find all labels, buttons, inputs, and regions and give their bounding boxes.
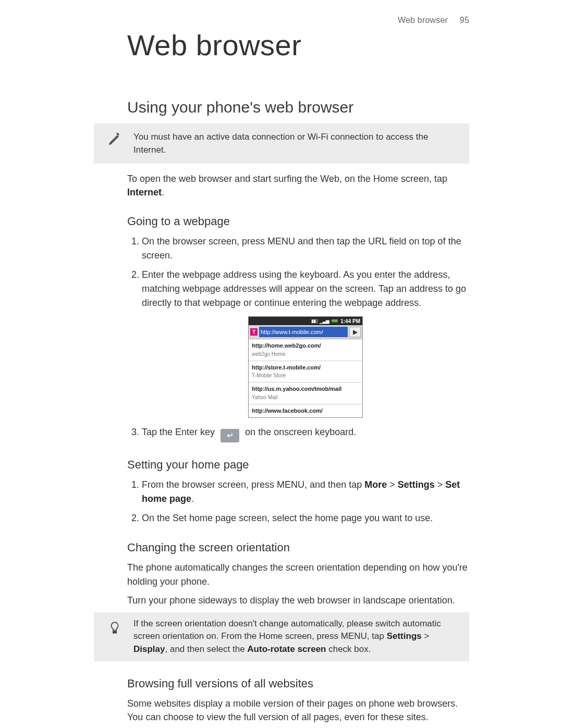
orientation-p2: Turn your phone sideways to display the … (127, 594, 469, 607)
step3-suffix: on the onscreen keyboard. (245, 427, 356, 437)
document-page: Web browser 95 Web browser Using your ph… (0, 0, 563, 728)
tip-settings-label: Settings (387, 631, 422, 641)
suggestion-title: web2go Home (252, 350, 359, 358)
url-suggestion: http://us.m.yahoo.com/tmob/mail Yahoo Ma… (249, 382, 362, 404)
suggestion-url: http://us.m.yahoo.com/tmob/mail (252, 385, 359, 393)
suggestion-title: Yahoo Mail (252, 393, 359, 401)
bars-icon: ▁▃▅ (320, 318, 329, 325)
running-header: Web browser 95 (398, 16, 469, 25)
orientation-p1: The phone automatically changes the scre… (127, 561, 469, 588)
tip-display-label: Display (133, 644, 165, 654)
pencil-icon (105, 130, 124, 149)
suggestion-url: http://store.t-mobile.com/ (252, 363, 359, 372)
subheading-orientation: Changing the screen orientation (127, 541, 469, 554)
tip-autorotate-label: Auto-rotate screen (247, 644, 326, 654)
phone-status-bar: ▮▮▯ ▁▃▅ 1:44 PM (249, 317, 362, 325)
tip-callout-orientation: If the screen orientation doesn't change… (94, 612, 469, 661)
tip-sep: > (422, 631, 430, 641)
go-button-icon: ▶ (349, 327, 361, 337)
hp-sep1: > (387, 479, 398, 490)
status-time: 1:44 PM (340, 317, 360, 325)
browser-url-screenshot: ▮▮▯ ▁▃▅ 1:44 PM T http://www.t-mobile.co… (248, 316, 363, 418)
suggestion-url: http://home.web2go.com/ (252, 341, 359, 350)
running-header-section: Web browser (398, 16, 448, 24)
battery-icon (331, 319, 338, 323)
fullsites-p1: Some websites display a mobile version o… (127, 697, 469, 724)
intro-suffix: . (162, 187, 164, 198)
hp-end: . (191, 493, 194, 504)
intro-internet-label: Internet (127, 187, 162, 198)
list-item: Tap the Enter key ↵ on the onscreen keyb… (142, 425, 469, 442)
list-item: On the Set home page screen, select the … (142, 511, 469, 525)
suggestion-url: http://www.facebook.com/ (252, 406, 359, 415)
note-text: You must have an active data connection … (133, 131, 461, 156)
url-suggestion: http://store.t-mobile.com/ T-Mobile Stor… (249, 361, 362, 383)
suggestion-title: T-Mobile Store (252, 372, 359, 379)
url-suggestion: http://home.web2go.com/ web2go Home (249, 339, 362, 361)
step2-text: Enter the webpage address using the keyb… (142, 269, 466, 308)
tip-text: If the screen orientation doesn't change… (133, 618, 461, 656)
hp-settings-label: Settings (398, 479, 435, 490)
homepage-steps-list: From the browser screen, press MENU, and… (127, 478, 469, 525)
list-item: From the browser screen, press MENU, and… (142, 478, 469, 506)
going-steps-list: On the browser screen, press MENU and th… (127, 235, 469, 442)
url-input-field: http://www.t-mobile.com/ (259, 327, 348, 337)
tip-mid: , and then select the (165, 644, 247, 654)
content-column: Web browser Using your phone's web brows… (127, 28, 469, 728)
signal-icon: ▮▮▯ (311, 318, 317, 325)
hp-more-label: More (364, 479, 387, 490)
intro-text: To open the web browser and start surfin… (127, 174, 447, 184)
chapter-title: Web browser (127, 28, 469, 62)
hp-step1-prefix: From the browser screen, press MENU, and… (142, 479, 364, 490)
step3-prefix: Tap the Enter key (142, 427, 217, 437)
tip-end: check box. (326, 644, 371, 654)
list-item: Enter the webpage address using the keyb… (142, 268, 469, 418)
tmobile-icon: T (250, 328, 258, 336)
subheading-full-versions: Browsing full versions of all websites (127, 677, 469, 690)
hp-sep2: > (435, 479, 446, 490)
subheading-set-home-page: Setting your home page (127, 458, 469, 472)
url-bar: T http://www.t-mobile.com/ ▶ (249, 325, 362, 339)
list-item: On the browser screen, press MENU and th… (142, 235, 469, 263)
lightbulb-icon (105, 619, 124, 637)
section-title: Using your phone's web browser (127, 98, 469, 116)
running-header-page-number: 95 (460, 16, 469, 24)
url-suggestion: http://www.facebook.com/ (249, 404, 362, 418)
subheading-going-to-webpage: Going to a webpage (127, 215, 469, 228)
note-callout-connection: You must have an active data connection … (94, 124, 469, 164)
intro-paragraph: To open the web browser and start surfin… (127, 172, 469, 199)
enter-key-icon: ↵ (221, 429, 239, 442)
